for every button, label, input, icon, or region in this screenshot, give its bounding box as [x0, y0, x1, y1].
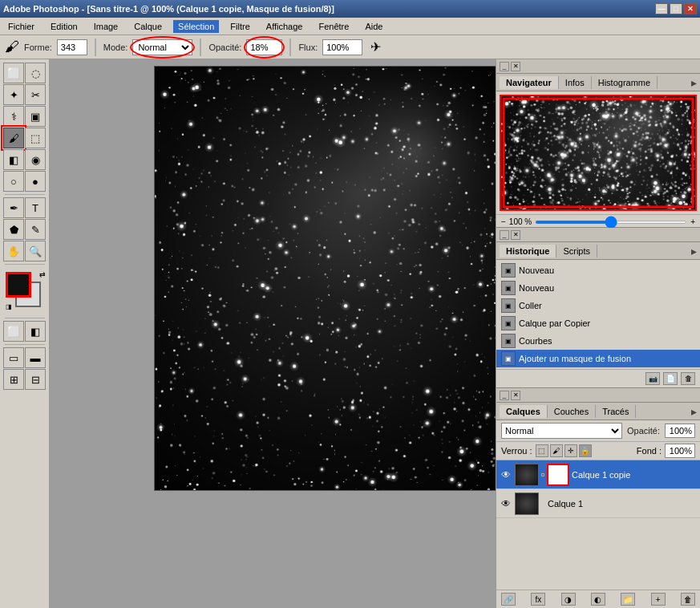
swap-colors-icon[interactable]: ⇄: [39, 270, 46, 278]
navigator-minimize[interactable]: _: [500, 62, 509, 71]
quick-mask-on[interactable]: ◧: [25, 321, 46, 342]
layer-row-0[interactable]: 👁 Calque 1 copie: [496, 460, 700, 489]
menu-affichage[interactable]: Affichage: [261, 20, 308, 33]
text-tool[interactable]: T: [25, 197, 46, 218]
layers-close[interactable]: ✕: [511, 391, 520, 400]
color-swatches[interactable]: ⇄ ◨: [4, 270, 46, 312]
quick-mask-off[interactable]: ⬜: [3, 321, 24, 342]
menu-filtre[interactable]: Filtre: [225, 20, 254, 33]
history-thumb-5: ▣: [501, 351, 516, 366]
tab-traces[interactable]: Tracés: [596, 405, 636, 418]
navigator-menu-icon[interactable]: ▸: [691, 76, 697, 89]
tab-navigator[interactable]: Navigateur: [500, 76, 559, 89]
menu-fenetre[interactable]: Fenêtre: [314, 20, 354, 33]
history-item-0[interactable]: ▣ Nouveau: [496, 261, 700, 279]
close-button[interactable]: ✕: [684, 3, 697, 14]
history-item-2[interactable]: ▣ Coller: [496, 297, 700, 314]
layer-visibility-0[interactable]: 👁: [500, 468, 512, 481]
layer-visibility-1[interactable]: 👁: [500, 497, 512, 510]
brush-tool[interactable]: 🖌: [3, 128, 24, 148]
layer-blend-mode-select[interactable]: Normal: [501, 423, 622, 439]
layer-delete-btn[interactable]: 🗑: [681, 593, 695, 606]
history-item-5[interactable]: ▣ Ajouter un masque de fusion: [496, 350, 700, 367]
tab-scripts[interactable]: Scripts: [556, 245, 597, 257]
crop-tool[interactable]: ✂: [25, 84, 46, 105]
eraser-tool[interactable]: ⬚: [25, 128, 46, 148]
zoom-tool[interactable]: 🔍: [25, 241, 46, 261]
layers-footer: 🔗 fx ◑ ◐ 📁 + 🗑: [496, 590, 700, 608]
path-tool[interactable]: ✒: [3, 197, 24, 218]
menu-aide[interactable]: Aide: [360, 20, 387, 33]
tool-row-7: ✒ T: [3, 197, 46, 218]
history-item-1[interactable]: ▣ Nouveau: [496, 279, 700, 297]
lock-transparent-btn[interactable]: ⬚: [536, 444, 548, 457]
layer-row-1[interactable]: 👁 Calque 1: [496, 489, 700, 518]
history-minimize[interactable]: _: [500, 230, 509, 240]
layers-menu-icon[interactable]: ▸: [691, 405, 697, 418]
layers-minimize[interactable]: _: [500, 391, 509, 400]
dodge-tool[interactable]: ○: [3, 171, 24, 192]
brush-size-input[interactable]: [57, 39, 87, 55]
flux-input[interactable]: [322, 39, 362, 55]
tab-histogram[interactable]: Histogramme: [592, 76, 658, 89]
layers-fill-input[interactable]: [665, 444, 695, 458]
gradient-tool[interactable]: ◧: [3, 149, 24, 170]
zoom-slider[interactable]: [535, 221, 687, 224]
default-colors-icon[interactable]: ◨: [6, 303, 12, 310]
airbrush-icon[interactable]: ✈: [370, 39, 381, 55]
maximize-button[interactable]: □: [670, 3, 682, 14]
lock-move-btn[interactable]: ✛: [564, 444, 577, 457]
layer-thumb-img-0: [516, 464, 538, 485]
burn-tool[interactable]: ●: [25, 171, 46, 192]
blend-mode-select[interactable]: Normal Multiplier Eclaircir: [132, 39, 192, 55]
layer-group-btn[interactable]: 📁: [621, 593, 635, 606]
screen-mode-cs[interactable]: ⊞: [3, 369, 24, 390]
layer-link-btn[interactable]: 🔗: [501, 593, 516, 606]
notes-tool[interactable]: ✎: [25, 219, 46, 240]
lock-paint-btn[interactable]: 🖌: [550, 444, 563, 457]
history-item-4[interactable]: ▣ Courbes: [496, 332, 700, 350]
menu-fichier[interactable]: Fichier: [3, 20, 39, 33]
right-panel: _ ✕ Navigateur Infos Histogramme ▸ − 100…: [496, 59, 700, 608]
layer-name-1: Calque 1: [548, 499, 697, 509]
history-close[interactable]: ✕: [511, 230, 520, 240]
screen-mode-full[interactable]: ▬: [25, 347, 46, 368]
menu-selection[interactable]: Sélection: [173, 20, 219, 33]
heal-tool[interactable]: ⚕: [3, 106, 24, 127]
screen-mode-max[interactable]: ⊟: [25, 369, 46, 390]
history-new-doc-btn[interactable]: 📄: [663, 372, 678, 385]
layer-mask-btn[interactable]: ◑: [561, 593, 576, 606]
magic-wand-tool[interactable]: ✦: [3, 84, 24, 105]
zoom-out-icon[interactable]: −: [501, 217, 506, 226]
navigator-close[interactable]: ✕: [511, 62, 520, 71]
layers-opacity-input[interactable]: [665, 424, 695, 438]
screen-mode-standard[interactable]: ▭: [3, 347, 24, 368]
opacity-input[interactable]: [246, 39, 282, 55]
zoom-in-icon[interactable]: +: [690, 217, 695, 226]
layer-new-btn[interactable]: +: [651, 593, 666, 606]
hand-tool[interactable]: ✋: [3, 241, 24, 261]
history-delete-btn[interactable]: 🗑: [681, 372, 695, 385]
menu-edition[interactable]: Edition: [46, 20, 83, 33]
marquee-tool[interactable]: ⬜: [3, 63, 24, 83]
clone-tool[interactable]: ▣: [25, 106, 46, 127]
menu-image[interactable]: Image: [89, 20, 123, 33]
history-item-3[interactable]: ▣ Calque par Copier: [496, 314, 700, 332]
lasso-tool[interactable]: ◌: [25, 63, 46, 83]
tab-info[interactable]: Infos: [559, 76, 592, 89]
history-snapshot-btn[interactable]: 📷: [645, 372, 660, 385]
blur-tool[interactable]: ◉: [25, 149, 46, 170]
layer-adjustment-btn[interactable]: ◐: [591, 593, 605, 606]
canvas-window: [154, 66, 496, 491]
minimize-button[interactable]: —: [655, 3, 668, 14]
tab-history[interactable]: Historique: [500, 245, 556, 257]
history-menu-icon[interactable]: ▸: [691, 245, 697, 257]
brush-tool-icon[interactable]: 🖌: [5, 39, 19, 55]
lock-all-btn[interactable]: 🔒: [579, 444, 592, 457]
foreground-color[interactable]: [6, 272, 31, 298]
layer-style-btn[interactable]: fx: [531, 593, 545, 606]
tab-couches[interactable]: Couches: [548, 405, 596, 418]
tab-layers[interactable]: Calques: [500, 405, 548, 418]
menu-calque[interactable]: Calque: [129, 20, 167, 33]
shape-tool[interactable]: ⬟: [3, 219, 24, 240]
